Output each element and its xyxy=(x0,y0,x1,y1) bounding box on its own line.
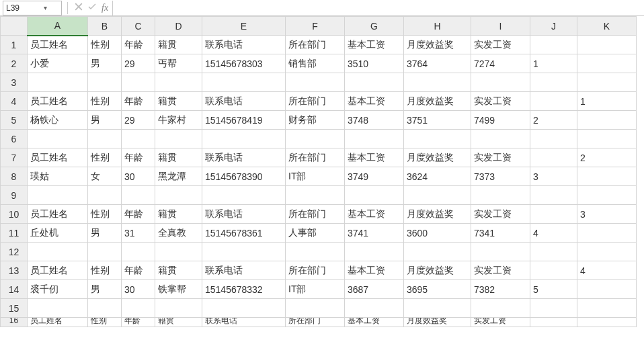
cell-G2[interactable]: 3510 xyxy=(345,54,404,73)
cell-A12[interactable] xyxy=(28,243,88,261)
row-head-10[interactable]: 10 xyxy=(1,205,28,224)
cell-G11[interactable]: 3741 xyxy=(345,224,404,243)
cell-I15[interactable] xyxy=(471,299,530,318)
cell-F12[interactable] xyxy=(286,243,345,261)
cell-E5[interactable]: 15145678419 xyxy=(202,111,286,130)
cell-C7[interactable]: 年龄 xyxy=(122,148,155,167)
cell-J6[interactable] xyxy=(530,130,577,148)
cell-A13[interactable]: 员工姓名 xyxy=(28,261,88,280)
cell-C9[interactable] xyxy=(122,186,155,205)
fx-icon[interactable]: fx xyxy=(102,3,108,13)
cell-A4[interactable]: 员工姓名 xyxy=(28,92,88,111)
cell-A1[interactable]: 员工姓名 xyxy=(28,36,88,54)
cell-E10[interactable]: 联系电话 xyxy=(202,205,286,224)
cell-G5[interactable]: 3748 xyxy=(345,111,404,130)
row-head-14[interactable]: 14 xyxy=(1,280,28,299)
cell-F9[interactable] xyxy=(286,186,345,205)
formula-input[interactable] xyxy=(112,1,644,15)
cell-B14[interactable]: 男 xyxy=(88,280,122,299)
cell-B16[interactable]: 性别 xyxy=(88,318,122,327)
cell-H4[interactable]: 月度效益奖 xyxy=(404,92,471,111)
cell-J11[interactable]: 4 xyxy=(530,224,577,243)
cell-K2[interactable] xyxy=(577,54,637,73)
cell-H16[interactable]: 月度效益奖 xyxy=(404,318,471,327)
cell-B9[interactable] xyxy=(88,186,122,205)
cell-J1[interactable] xyxy=(530,36,577,54)
row-head-8[interactable]: 8 xyxy=(1,167,28,186)
cell-E12[interactable] xyxy=(202,243,286,261)
cell-H14[interactable]: 3695 xyxy=(404,280,471,299)
cell-G7[interactable]: 基本工资 xyxy=(345,148,404,167)
cell-K16[interactable] xyxy=(577,318,637,327)
cell-D2[interactable]: 丐帮 xyxy=(155,54,202,73)
cell-C4[interactable]: 年龄 xyxy=(122,92,155,111)
cell-C10[interactable]: 年龄 xyxy=(122,205,155,224)
cell-H8[interactable]: 3624 xyxy=(404,167,471,186)
cell-E3[interactable] xyxy=(202,73,286,92)
row-head-3[interactable]: 3 xyxy=(1,73,28,92)
cell-A8[interactable]: 瑛姑 xyxy=(28,167,88,186)
cell-H6[interactable] xyxy=(404,130,471,148)
cell-A9[interactable] xyxy=(28,186,88,205)
cell-E2[interactable]: 15145678303 xyxy=(202,54,286,73)
cell-B7[interactable]: 性别 xyxy=(88,148,122,167)
row-head-2[interactable]: 2 xyxy=(1,54,28,73)
cell-K8[interactable] xyxy=(577,167,637,186)
cell-E13[interactable]: 联系电话 xyxy=(202,261,286,280)
cell-I7[interactable]: 实发工资 xyxy=(471,148,530,167)
cell-G12[interactable] xyxy=(345,243,404,261)
cell-F13[interactable]: 所在部门 xyxy=(286,261,345,280)
cell-B5[interactable]: 男 xyxy=(88,111,122,130)
cell-E1[interactable]: 联系电话 xyxy=(202,36,286,54)
cell-K5[interactable] xyxy=(577,111,637,130)
cell-H12[interactable] xyxy=(404,243,471,261)
cell-C11[interactable]: 31 xyxy=(122,224,155,243)
cell-A2[interactable]: 小爱 xyxy=(28,54,88,73)
cell-E8[interactable]: 15145678390 xyxy=(202,167,286,186)
cell-A16[interactable]: 员工姓名 xyxy=(28,318,88,327)
cell-A3[interactable] xyxy=(28,73,88,92)
cell-E9[interactable] xyxy=(202,186,286,205)
cell-H13[interactable]: 月度效益奖 xyxy=(404,261,471,280)
cell-F2[interactable]: 销售部 xyxy=(286,54,345,73)
cell-H15[interactable] xyxy=(404,299,471,318)
cell-D5[interactable]: 牛家村 xyxy=(155,111,202,130)
cell-I11[interactable]: 7341 xyxy=(471,224,530,243)
cell-C16[interactable]: 年龄 xyxy=(122,318,155,327)
cell-F16[interactable]: 所在部门 xyxy=(286,318,345,327)
cell-J9[interactable] xyxy=(530,186,577,205)
col-head-C[interactable]: C xyxy=(122,17,155,36)
cell-D4[interactable]: 籍贯 xyxy=(155,92,202,111)
cell-K12[interactable] xyxy=(577,243,637,261)
cell-G9[interactable] xyxy=(345,186,404,205)
cell-B11[interactable]: 男 xyxy=(88,224,122,243)
row-head-9[interactable]: 9 xyxy=(1,186,28,205)
cell-G14[interactable]: 3687 xyxy=(345,280,404,299)
cell-F1[interactable]: 所在部门 xyxy=(286,36,345,54)
cell-D16[interactable]: 籍贯 xyxy=(155,318,202,327)
cell-D11[interactable]: 全真教 xyxy=(155,224,202,243)
cell-F15[interactable] xyxy=(286,299,345,318)
cell-E14[interactable]: 15145678332 xyxy=(202,280,286,299)
cell-B13[interactable]: 性别 xyxy=(88,261,122,280)
cell-K10[interactable]: 3 xyxy=(577,205,637,224)
cell-D15[interactable] xyxy=(155,299,202,318)
cell-C13[interactable]: 年龄 xyxy=(122,261,155,280)
cell-F5[interactable]: 财务部 xyxy=(286,111,345,130)
cell-B6[interactable] xyxy=(88,130,122,148)
cell-F4[interactable]: 所在部门 xyxy=(286,92,345,111)
cancel-icon[interactable] xyxy=(75,3,83,13)
cell-C12[interactable] xyxy=(122,243,155,261)
cell-K4[interactable]: 1 xyxy=(577,92,637,111)
cell-J5[interactable]: 2 xyxy=(530,111,577,130)
cell-H9[interactable] xyxy=(404,186,471,205)
cell-E7[interactable]: 联系电话 xyxy=(202,148,286,167)
name-box[interactable]: L39 ▾ xyxy=(3,1,62,15)
cell-I5[interactable]: 7499 xyxy=(471,111,530,130)
cell-C1[interactable]: 年龄 xyxy=(122,36,155,54)
cell-J15[interactable] xyxy=(530,299,577,318)
cell-A14[interactable]: 裘千仞 xyxy=(28,280,88,299)
cell-E4[interactable]: 联系电话 xyxy=(202,92,286,111)
cell-E15[interactable] xyxy=(202,299,286,318)
cell-A15[interactable] xyxy=(28,299,88,318)
